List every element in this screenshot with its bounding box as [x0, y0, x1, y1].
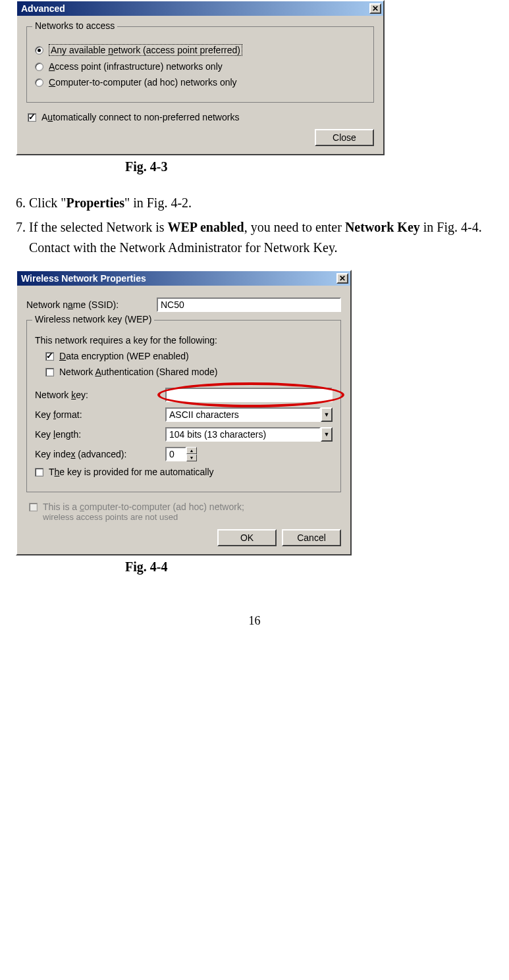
- network-key-label: Network key:: [35, 390, 160, 400]
- close-icon[interactable]: ✕: [336, 273, 348, 284]
- text-bold: Network Key: [345, 220, 420, 234]
- key-format-row: Key format: ASCII characters: [35, 407, 333, 422]
- cancel-button[interactable]: Cancel: [282, 529, 341, 546]
- data-encryption-checkbox[interactable]: Data encryption (WEP enabled): [45, 351, 333, 361]
- wep-intro: This network requires a key for the foll…: [35, 335, 333, 346]
- checkbox-label: The key is provided for me automatically: [49, 467, 214, 477]
- checkbox-icon: [29, 503, 38, 511]
- checkbox-icon: [45, 368, 54, 376]
- chevron-down-icon[interactable]: [321, 427, 333, 442]
- checkbox-icon: [35, 468, 43, 477]
- adhoc-subtext: wireless access points are not used: [43, 512, 338, 523]
- group-title: Wireless network key (WEP): [32, 314, 154, 324]
- close-button[interactable]: Close: [315, 129, 374, 146]
- key-index-label: Key index (advanced):: [35, 449, 160, 459]
- key-length-row: Key length: 104 bits (13 characters): [35, 427, 333, 442]
- wep-group: Wireless network key (WEP) This network …: [26, 320, 341, 492]
- ssid-label: Network name (SSID):: [26, 299, 151, 310]
- auto-key-checkbox[interactable]: The key is provided for me automatically: [35, 467, 333, 477]
- checkbox-icon: [45, 352, 54, 361]
- radio-label: Computer-to-computer (ad hoc) networks o…: [49, 77, 237, 88]
- combo-value: ASCII characters: [165, 407, 321, 422]
- titlebar-advanced: Advanced ✕: [17, 1, 383, 16]
- key-format-combo[interactable]: ASCII characters: [165, 407, 333, 422]
- ok-button[interactable]: OK: [217, 529, 277, 546]
- spinner-value: 0: [165, 447, 186, 461]
- checkbox-label: Automatically connect to non-preferred n…: [41, 112, 239, 122]
- networks-to-access-group: Networks to access Any available network…: [26, 26, 374, 103]
- title-text: Advanced: [21, 3, 65, 14]
- text-bold: WEP enabled: [167, 220, 244, 234]
- radio-any-network[interactable]: Any available network (access point pref…: [35, 44, 365, 56]
- radio-label: Access point (infrastructure) networks o…: [49, 61, 223, 72]
- key-format-label: Key format:: [35, 409, 160, 420]
- checkbox-icon: [28, 113, 36, 122]
- radio-icon: [35, 46, 43, 55]
- advanced-dialog: Advanced ✕ Networks to access Any availa…: [16, 0, 385, 155]
- titlebar-wireless: Wireless Network Properties ✕: [17, 271, 350, 286]
- radio-access-point-only[interactable]: Access point (infrastructure) networks o…: [35, 61, 365, 72]
- network-key-input[interactable]: [165, 388, 333, 402]
- radio-label: Any available network (access point pref…: [49, 44, 242, 56]
- instruction-list: Click "Properties" in Fig. 4-2. If the s…: [7, 193, 502, 258]
- checkbox-label: Data encryption (WEP enabled): [59, 351, 189, 361]
- step-6: Click "Properties" in Fig. 4-2.: [29, 193, 502, 213]
- chevron-down-icon[interactable]: [321, 407, 333, 422]
- title-text: Wireless Network Properties: [21, 273, 146, 284]
- ssid-input[interactable]: NC50: [157, 297, 341, 312]
- spinner-down-icon[interactable]: ▼: [186, 454, 197, 461]
- checkbox-label: This is a computer-to-computer (ad hoc) …: [43, 502, 244, 512]
- text-bold: Properties: [67, 195, 125, 210]
- radio-icon: [35, 78, 43, 87]
- checkbox-label: Network Authentication (Shared mode): [59, 367, 217, 377]
- key-index-spinner[interactable]: 0 ▲ ▼: [165, 447, 202, 461]
- combo-value: 104 bits (13 characters): [165, 427, 321, 442]
- step-7: If the selected Network is WEP enabled, …: [29, 217, 502, 258]
- spinner-up-icon[interactable]: ▲: [186, 447, 197, 454]
- close-icon[interactable]: ✕: [369, 3, 381, 14]
- key-length-label: Key length:: [35, 429, 160, 440]
- group-title: Networks to access: [32, 20, 117, 31]
- network-key-row: Network key:: [35, 388, 333, 402]
- radio-icon: [35, 63, 43, 71]
- page-number: 16: [7, 614, 502, 628]
- ssid-row: Network name (SSID): NC50: [26, 297, 341, 312]
- auto-connect-checkbox[interactable]: Automatically connect to non-preferred n…: [28, 112, 373, 122]
- adhoc-checkbox: This is a computer-to-computer (ad hoc) …: [29, 502, 338, 523]
- key-index-row: Key index (advanced): 0 ▲ ▼: [35, 447, 333, 461]
- text: , you need to enter: [244, 220, 345, 234]
- figure-caption-4-4: Fig. 4-4: [7, 559, 502, 575]
- text: If the selected Network is: [29, 220, 167, 234]
- radio-adhoc-only[interactable]: Computer-to-computer (ad hoc) networks o…: [35, 77, 365, 88]
- text: " in Fig. 4-2.: [124, 195, 192, 210]
- figure-caption-4-3: Fig. 4-3: [7, 159, 502, 174]
- key-length-combo[interactable]: 104 bits (13 characters): [165, 427, 333, 442]
- text: Click ": [29, 195, 67, 210]
- network-auth-checkbox[interactable]: Network Authentication (Shared mode): [45, 367, 333, 377]
- wireless-properties-dialog: Wireless Network Properties ✕ Network na…: [16, 270, 352, 555]
